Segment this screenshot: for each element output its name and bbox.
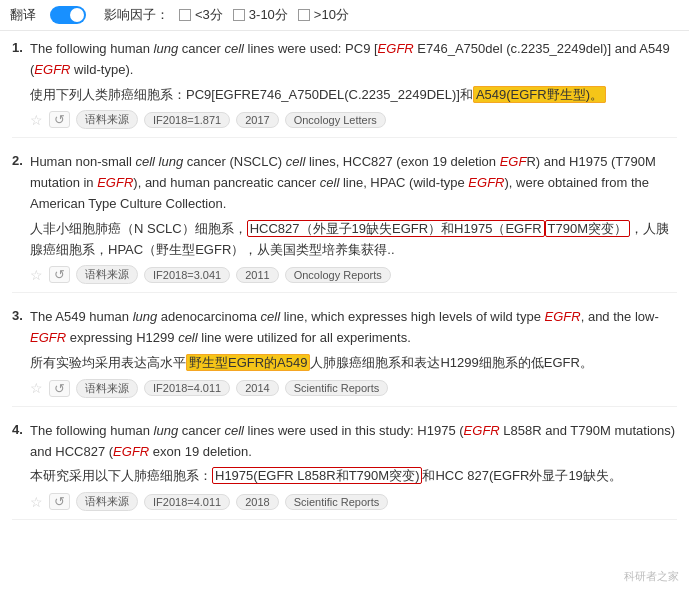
year-tag-3: 2014 bbox=[236, 380, 278, 396]
recycle-icon-2[interactable]: ↺ bbox=[49, 266, 70, 283]
highlight-2a: HCC827（外显子19缺失EGFR）和H1975（EGFR bbox=[247, 220, 545, 237]
source-tag-2[interactable]: 语料来源 bbox=[76, 265, 138, 284]
meta-row-2: ☆ ↺ 语料来源 IF2018=3.041 2011 Oncology Repo… bbox=[30, 265, 677, 284]
source-tag-4[interactable]: 语料来源 bbox=[76, 492, 138, 511]
journal-tag-4: Scientific Reports bbox=[285, 494, 389, 510]
meta-row-3: ☆ ↺ 语料来源 IF2018=4.011 2014 Scientific Re… bbox=[30, 379, 677, 398]
if-tag-2: IF2018=3.041 bbox=[144, 267, 230, 283]
journal-tag-1: Oncology Letters bbox=[285, 112, 386, 128]
result-item-3: 3. The A549 human lung adenocarcinoma ce… bbox=[12, 307, 677, 406]
result-item-1: 1. The following human lung cancer cell … bbox=[12, 39, 677, 138]
result-en-text-2: Human non-small cell lung cancer (NSCLC)… bbox=[30, 154, 656, 211]
year-tag-2: 2011 bbox=[236, 267, 278, 283]
result-number-1: 1. bbox=[12, 40, 23, 55]
result-number-3: 3. bbox=[12, 308, 23, 323]
if-tag-3: IF2018=4.011 bbox=[144, 380, 230, 396]
impact-label: 影响因子： bbox=[104, 6, 169, 24]
translate-toggle[interactable] bbox=[50, 6, 86, 24]
filter-checkbox-1[interactable] bbox=[179, 9, 191, 21]
filter-item-2[interactable]: 3-10分 bbox=[233, 6, 288, 24]
star-icon-1[interactable]: ☆ bbox=[30, 112, 43, 128]
result-zh-text-4: 本研究采用以下人肺癌细胞系：H1975(EGFR L858R和T790M突变)和… bbox=[30, 466, 677, 487]
results-content: 1. The following human lung cancer cell … bbox=[0, 31, 689, 542]
filter-label-3: >10分 bbox=[314, 6, 349, 24]
if-tag-1: IF2018=1.871 bbox=[144, 112, 230, 128]
source-tag-3[interactable]: 语料来源 bbox=[76, 379, 138, 398]
top-bar: 翻译 影响因子： <3分 3-10分 >10分 bbox=[0, 0, 689, 31]
result-zh-text-3: 所有实验均采用表达高水平野生型EGFR的A549人肺腺癌细胞系和表达H1299细… bbox=[30, 353, 677, 374]
source-tag-1[interactable]: 语料来源 bbox=[76, 110, 138, 129]
highlight-1: A549(EGFR野生型)。 bbox=[473, 86, 606, 103]
watermark: 科研者之家 bbox=[624, 569, 679, 584]
result-en-text-3: The A549 human lung adenocarcinoma cell … bbox=[30, 309, 659, 345]
filter-checkbox-3[interactable] bbox=[298, 9, 310, 21]
recycle-icon-3[interactable]: ↺ bbox=[49, 380, 70, 397]
meta-row-4: ☆ ↺ 语料来源 IF2018=4.011 2018 Scientific Re… bbox=[30, 492, 677, 511]
filter-item-1[interactable]: <3分 bbox=[179, 6, 223, 24]
if-tag-4: IF2018=4.011 bbox=[144, 494, 230, 510]
filter-label-1: <3分 bbox=[195, 6, 223, 24]
meta-row-1: ☆ ↺ 语料来源 IF2018=1.871 2017 Oncology Lett… bbox=[30, 110, 677, 129]
result-item-2: 2. Human non-small cell lung cancer (NSC… bbox=[12, 152, 677, 293]
result-number-2: 2. bbox=[12, 153, 23, 168]
star-icon-3[interactable]: ☆ bbox=[30, 380, 43, 396]
result-number-4: 4. bbox=[12, 422, 23, 437]
filter-item-3[interactable]: >10分 bbox=[298, 6, 349, 24]
recycle-icon-1[interactable]: ↺ bbox=[49, 111, 70, 128]
year-tag-4: 2018 bbox=[236, 494, 278, 510]
result-en-text-1: The following human lung cancer cell lin… bbox=[30, 41, 670, 77]
highlight-4: H1975(EGFR L858R和T790M突变) bbox=[212, 467, 422, 484]
result-zh-text-1: 使用下列人类肺癌细胞系：PC9[EGFRE746_A750DEL(C.2235_… bbox=[30, 85, 677, 106]
journal-tag-2: Oncology Reports bbox=[285, 267, 391, 283]
highlight-3: 野生型EGFR的A549 bbox=[186, 354, 310, 371]
filter-checkbox-2[interactable] bbox=[233, 9, 245, 21]
highlight-2b: T790M突变） bbox=[545, 220, 630, 237]
translate-label: 翻译 bbox=[10, 6, 36, 24]
filter-label-2: 3-10分 bbox=[249, 6, 288, 24]
year-tag-1: 2017 bbox=[236, 112, 278, 128]
result-item-4: 4. The following human lung cancer cell … bbox=[12, 421, 677, 520]
journal-tag-3: Scientific Reports bbox=[285, 380, 389, 396]
result-en-text-4: The following human lung cancer cell lin… bbox=[30, 423, 675, 459]
star-icon-4[interactable]: ☆ bbox=[30, 494, 43, 510]
star-icon-2[interactable]: ☆ bbox=[30, 267, 43, 283]
result-zh-text-2: 人非小细胞肺癌（N SCLC）细胞系，HCC827（外显子19缺失EGFR）和H… bbox=[30, 219, 677, 261]
recycle-icon-4[interactable]: ↺ bbox=[49, 493, 70, 510]
